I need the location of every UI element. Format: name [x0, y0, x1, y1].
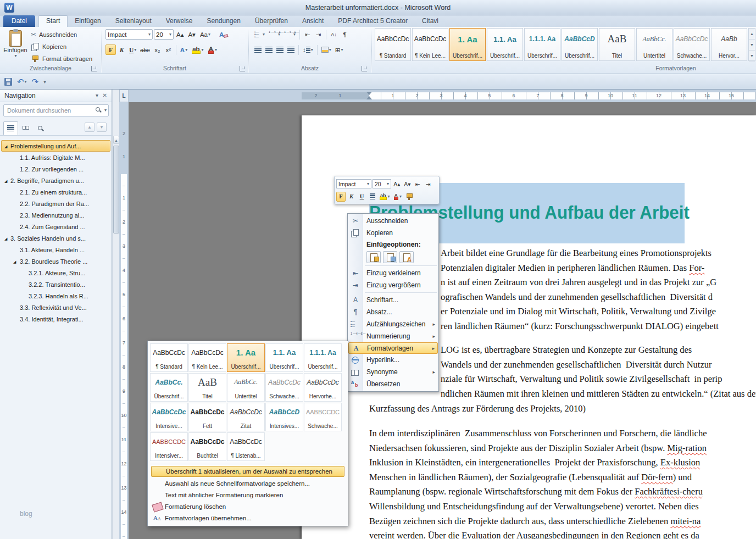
ribbon-tab-seitenlayout[interactable]: Seitenlayout: [108, 15, 159, 27]
shading-button[interactable]: ▾: [320, 45, 333, 55]
flyout-action[interactable]: Überschrift 1 aktualisieren, um der Ausw…: [151, 466, 344, 477]
search-icon[interactable]: [94, 106, 102, 114]
text-effects-button[interactable]: A▾: [179, 45, 189, 55]
style-cell[interactable]: AaBTitel: [188, 373, 226, 402]
style-cell[interactable]: AaBbCc.Überschrif...: [150, 373, 188, 402]
style-cell[interactable]: AaBbCcDc¶ Kein Lee...: [188, 343, 226, 372]
underline-button[interactable]: U▾: [127, 45, 138, 55]
style-cell[interactable]: 1. AaÜberschrif...: [449, 28, 486, 61]
mini-italic-button[interactable]: K: [347, 192, 356, 202]
style-cell[interactable]: AaBbHervor...: [711, 28, 747, 61]
customize-qat-button[interactable]: ▾: [43, 79, 46, 85]
document-text-line[interactable]: LOG ist es, übertragbare Strategien und …: [441, 344, 692, 356]
sort-button[interactable]: A↓: [329, 29, 339, 40]
document-text-line[interactable]: Niedersachsen fokussieren, sind Projekte…: [369, 442, 707, 454]
decrease-indent-button[interactable]: ⇤: [302, 29, 313, 40]
style-cell[interactable]: 1.1. AaÜberschrif...: [265, 343, 303, 372]
style-cell[interactable]: AaBbCcDIntensives...: [265, 403, 303, 431]
nav-outline-item[interactable]: 3.2.2. Transintentio...: [1, 279, 110, 290]
style-cell[interactable]: AaBbCcDc¶ Listenab...: [227, 432, 265, 461]
format-painter-button[interactable]: Format übertragen: [31, 53, 92, 64]
style-cell[interactable]: AaBbCcDc¶ Standard: [375, 28, 411, 61]
context-menu-item[interactable]: ASchriftart...: [348, 294, 438, 306]
flyout-action[interactable]: Formatierung löschen: [150, 501, 346, 512]
context-menu-item[interactable]: Aufzählungszeichen▸: [348, 318, 438, 330]
tab-stop-selector[interactable]: L: [119, 90, 129, 102]
style-cell[interactable]: AaBbCcDc¶ Kein Lee...: [412, 28, 448, 61]
nav-outline-item[interactable]: 2.1. Zu einem struktura...: [1, 186, 110, 198]
context-menu-item[interactable]: Kopieren: [348, 227, 438, 239]
paste-option-keep-source-button[interactable]: [366, 251, 381, 263]
document-text-line[interactable]: Willensbildung und Entscheidungsfindung …: [369, 501, 699, 513]
mini-highlight-button[interactable]: ab▾: [378, 192, 391, 202]
previous-heading-button[interactable]: ▲: [85, 123, 94, 132]
dropdown-icon[interactable]: ▾: [169, 32, 171, 37]
document-text-line[interactable]: Bezügen zeichnen sich die Projekte dadur…: [369, 515, 701, 527]
nav-outline-item[interactable]: 1.2. Zur vorliegenden ...: [1, 163, 110, 175]
italic-button[interactable]: K: [116, 45, 127, 55]
context-menu-item[interactable]: Hyperlink...: [348, 354, 438, 366]
nav-tab-pages[interactable]: [18, 121, 33, 135]
nav-outline-item[interactable]: ◢3. Soziales Handeln und s...: [1, 232, 110, 244]
document-text-line[interactable]: Wandels und der zunehmenden gesellschaft…: [441, 359, 712, 371]
numbering-button[interactable]: ▾: [267, 29, 282, 40]
style-cell[interactable]: 1.1.1. AaÜberschrif...: [304, 343, 342, 372]
nav-pane-options-icon[interactable]: ▾: [96, 90, 98, 102]
context-menu-item[interactable]: AFormatvorlagen▸: [348, 342, 438, 354]
style-cell[interactable]: AaBbCcDcSchwache...: [265, 373, 303, 402]
dropdown-icon[interactable]: ▾: [25, 79, 27, 84]
nav-outline-item[interactable]: 3.1. Akteure, Handeln ...: [1, 244, 110, 255]
dropdown-icon[interactable]: ▾: [148, 32, 151, 37]
mini-shrink-font-button[interactable]: A▾: [403, 179, 412, 189]
document-text-line[interactable]: vereint werden. Über die Evaluation der …: [369, 530, 699, 539]
align-center-button[interactable]: [264, 45, 274, 55]
show-paragraph-marks-button[interactable]: ¶: [340, 29, 350, 40]
document-text-line[interactable]: er Potenziale und im Dialog mit Wirtscha…: [441, 305, 716, 318]
nav-pane-close-icon[interactable]: ✕: [103, 90, 107, 102]
save-button[interactable]: [4, 78, 12, 86]
mini-format-painter-button[interactable]: [404, 192, 415, 202]
context-menu-item[interactable]: Nummerierung▸: [348, 330, 438, 342]
clipboard-dialog-launcher[interactable]: [91, 66, 97, 71]
superscript-button[interactable]: x²: [163, 45, 174, 55]
style-cell[interactable]: AaBbCcDcFett: [188, 403, 226, 431]
next-heading-button[interactable]: ▼: [97, 123, 107, 132]
nav-tab-headings[interactable]: [3, 121, 18, 135]
style-cell[interactable]: AaBbCc.Untertitel: [636, 28, 672, 61]
expand-triangle-icon[interactable]: ◢: [4, 233, 7, 244]
document-text-line[interactable]: Inklusion in Kleinstädten, ein intergene…: [369, 457, 700, 469]
grow-font-button[interactable]: A▴: [175, 29, 185, 40]
style-cell[interactable]: AaBTitel: [599, 28, 635, 61]
nav-outline-item[interactable]: ◢3.2. Bourdieus Theorie ...: [1, 255, 110, 267]
dropdown-icon[interactable]: ▾: [399, 194, 402, 199]
mini-center-button[interactable]: [368, 192, 377, 202]
style-cell[interactable]: AaBbCc.Untertitel: [227, 373, 265, 402]
document-text-line[interactable]: Arbeit bildet eine Grundlage für die Bea…: [441, 247, 711, 259]
ribbon-tab-citavi[interactable]: Citavi: [415, 15, 446, 27]
font-color-button[interactable]: A▾: [206, 45, 219, 55]
ribbon-tab-überprüfen[interactable]: Überprüfen: [248, 15, 295, 27]
dropdown-icon[interactable]: ▾: [215, 47, 217, 52]
style-cell[interactable]: 1.1.1. AaÜberschrif...: [524, 28, 560, 61]
cut-button[interactable]: ✂ Ausschneiden: [31, 29, 77, 40]
mini-increase-indent-button[interactable]: ⇥: [424, 179, 433, 189]
nav-outline-item[interactable]: 3.3. Reflexivität und Ve...: [1, 302, 110, 313]
context-menu-item[interactable]: Übersetzen: [348, 378, 438, 390]
mini-font-size-combo[interactable]: 20 ▾: [373, 179, 391, 188]
nav-outline-item[interactable]: ◢Problemstellung und Auf...: [1, 140, 110, 152]
align-right-button[interactable]: [275, 45, 285, 55]
nav-outline-item[interactable]: ◢2. Begriffe, Paradigmen u...: [1, 175, 110, 186]
increase-indent-button[interactable]: ⇥: [313, 29, 324, 40]
ribbon-tab-einfügen[interactable]: Einfügen: [68, 15, 108, 27]
expand-triangle-icon[interactable]: ◢: [13, 256, 16, 267]
document-text-line[interactable]: ren ländlichen Räumen“ (kurz: Forschungs…: [441, 320, 719, 332]
bold-button[interactable]: F: [105, 45, 116, 55]
document-text-line[interactable]: Raumplanung (bspw. regionale Wirtschafts…: [369, 486, 703, 498]
style-cell[interactable]: AaBbCcDc¶ Standard: [150, 343, 188, 372]
strikethrough-button[interactable]: abe: [138, 45, 152, 55]
flyout-action[interactable]: Auswahl als neue Schnellformatvorlage sp…: [150, 477, 346, 489]
dropdown-icon[interactable]: ▾: [202, 47, 204, 52]
mini-font-name-combo[interactable]: Impact ▾: [336, 179, 371, 188]
paste-button[interactable]: Einfügen ▾: [3, 29, 27, 63]
nav-outline-item[interactable]: 2.2. Paradigmen der Ra...: [1, 198, 110, 209]
